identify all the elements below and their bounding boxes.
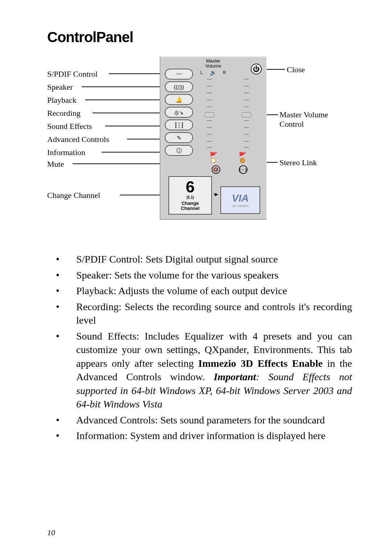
sound-effects-button[interactable]: ┇┆┇ [165,119,193,130]
spdif-icon: 〰 [176,72,182,77]
close-button[interactable]: ⏻ [251,64,262,74]
channel-mode: (5.1) [187,195,194,199]
advanced-controls-button[interactable]: ✎ [165,132,193,143]
list-item: Sound Effects: Includes Equalizer with 4… [56,329,352,411]
mute-icon: 🔇 [213,167,219,173]
description-list: S/PDIF Control: Sets Digital output sign… [47,252,352,443]
spdif-control-button[interactable]: 〰 [165,69,193,80]
wrench-icon: ✎ [177,135,181,141]
info-icon: ⓘ [176,148,182,153]
right-channel-label: R [223,70,226,75]
right-volume-slider[interactable] [244,79,249,148]
left-slider-handle[interactable] [205,112,214,117]
recording-icon: ◎↘ [174,110,184,115]
master-volume-title: Master Volume [205,58,221,69]
list-item: Recording: Selects the recording source … [56,300,352,327]
equalizer-icon: ┇┆┇ [174,122,184,128]
list-item: Information: System and driver informati… [56,429,352,443]
audio-panel: Master Volume 🔊 L R ⏻ 〰 ((▯)) 🔔 ◎↘ ┇┆┇ ✎… [160,56,267,220]
playback-button[interactable]: 🔔 [165,94,193,105]
power-icon: ⏻ [253,65,260,73]
stereo-link-button[interactable]: (↔) [239,165,248,174]
callout-master-volume-control: Master Volume Control [279,110,328,129]
channel-count: 6 [186,180,195,194]
callout-information: Information [47,148,85,157]
via-logo: VIA [232,192,249,204]
callout-stereo-link: Stereo Link [279,158,317,167]
list-item: Advanced Controls: Sets sound parameters… [56,413,352,427]
callout-advanced-controls: Advanced Controls [47,135,109,144]
callout-sound-effects: Sound Effects [47,122,92,131]
link-icon: (↔) [240,167,247,173]
list-item: Speaker: Sets the volume for the various… [56,268,352,282]
via-logo-box: VIA we connect [220,186,260,214]
callout-spdif: S/PDIF Control [47,69,98,79]
callout-playback: Playback [47,96,77,105]
information-button[interactable]: ⓘ [165,145,193,156]
speaker-button[interactable]: ((▯)) [165,81,193,92]
recording-button[interactable]: ◎↘ [165,107,193,118]
page-title: ControlPanel [47,29,352,45]
control-panel-diagram: S/PDIF Control Speaker Playback Recordin… [47,56,345,234]
via-tagline: we connect [232,204,249,208]
callout-recording: Recording [47,109,81,118]
change-channel-label: Change Channel [181,201,199,211]
list-item: S/PDIF Control: Sets Digital output sign… [56,252,352,266]
speaker-icon: 🔊 [210,69,217,76]
list-item: Playback: Adjusts the volume of each out… [56,284,352,298]
left-volume-slider[interactable] [207,79,212,148]
callout-mute: Mute [47,159,64,169]
callout-change-channel: Change Channel [47,191,100,200]
callout-speaker: Speaker [47,82,73,92]
left-channel-label: L [200,70,203,75]
page-number: 10 [47,528,55,537]
mute-button[interactable]: 🔇 [212,165,220,174]
speaker-pill-icon: ((▯)) [174,84,184,90]
right-slider-handle[interactable] [242,112,251,117]
play-indicator-icon: •▶ [213,192,218,197]
mute-indicator[interactable] [211,158,216,163]
callout-close: Close [287,65,305,74]
stereo-link-indicator[interactable] [240,158,245,163]
change-channel-button[interactable]: 6 (5.1) Change Channel [168,176,212,215]
playback-icon: 🔔 [176,97,183,102]
